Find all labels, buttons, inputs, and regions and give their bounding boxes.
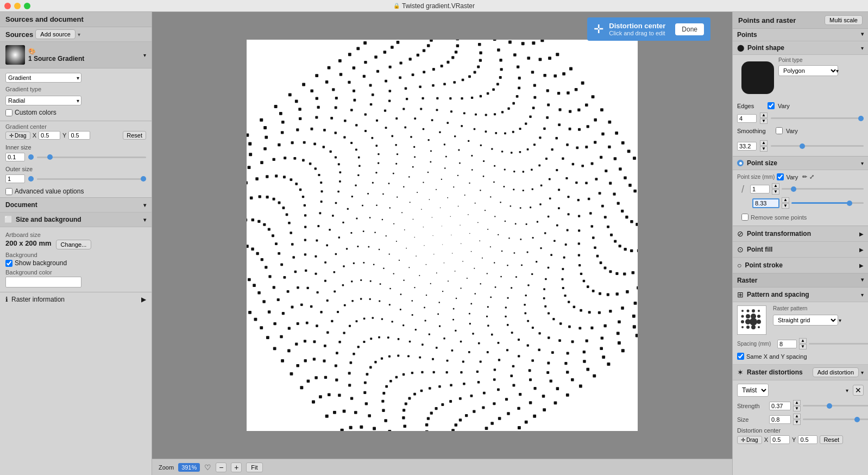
same-xy-checkbox[interactable] (737, 353, 744, 360)
zoom-in-button[interactable]: + (231, 462, 242, 472)
distortion-drag-button[interactable]: ✛ Drag (737, 436, 762, 444)
dc-x-input[interactable] (770, 435, 790, 444)
dc-reset-button[interactable]: Reset (820, 435, 843, 444)
edges-up-button[interactable]: ▲ (760, 112, 768, 118)
x-label: X (33, 132, 36, 139)
pattern-spacing-header[interactable]: ⊞ Pattern and spacing ▾ (733, 288, 868, 302)
maximize-button[interactable] (24, 3, 30, 9)
done-button[interactable]: Done (675, 23, 704, 35)
size-value2-input[interactable] (752, 198, 779, 208)
edges-slider[interactable] (771, 117, 864, 119)
size1-down-button[interactable]: ▼ (772, 189, 779, 195)
point-shape-chevron-icon: ▾ (861, 45, 864, 51)
strength-down-button[interactable]: ▼ (793, 406, 801, 411)
strength-up-button[interactable]: ▲ (793, 400, 801, 405)
size-expand-icon[interactable]: ⤢ (809, 173, 814, 180)
add-source-dropdown-icon[interactable]: ▾ (78, 32, 80, 38)
smoothing-input[interactable] (737, 142, 757, 151)
show-background-checkbox[interactable] (5, 260, 12, 267)
size-down-button[interactable]: ▼ (793, 420, 801, 425)
spacing-slider[interactable] (809, 343, 868, 345)
edges-down-button[interactable]: ▼ (760, 118, 768, 124)
window-title: Twisted gradient.VRaster (402, 2, 475, 10)
svg-point-88 (747, 310, 750, 312)
heart-icon[interactable]: ♡ (204, 463, 211, 472)
size2-stepper[interactable]: ▲ ▼ (782, 197, 789, 209)
point-transformation-section[interactable]: ⊘ Point transformation ▶ (733, 226, 868, 242)
close-button[interactable] (4, 3, 11, 9)
gradient-radial-select[interactable]: Radial (5, 96, 81, 105)
size-input[interactable] (769, 415, 791, 424)
remove-points-checkbox[interactable] (741, 214, 749, 221)
gradient-y-input[interactable] (68, 131, 90, 140)
size-up-button[interactable]: ▲ (793, 414, 801, 419)
fit-button[interactable]: Fit (246, 462, 262, 472)
gradient-type-select[interactable]: Gradient (5, 73, 81, 83)
raster-info-section[interactable]: ℹ Raster information ▶ (0, 292, 152, 307)
document-section-header[interactable]: Document ▾ (0, 198, 152, 212)
size-slider[interactable] (803, 418, 868, 420)
zoom-out-button[interactable]: − (216, 462, 227, 472)
inner-size-input[interactable] (5, 153, 25, 161)
size2-up-button[interactable]: ▲ (782, 197, 789, 203)
add-distortion-button[interactable]: Add distortion (813, 367, 859, 377)
raster-pattern-select[interactable]: Straight grid (773, 315, 838, 326)
inner-size-slider[interactable] (37, 157, 146, 158)
spacing-input[interactable] (777, 340, 797, 348)
point-type-select[interactable]: Polygon (778, 65, 838, 76)
size-edit-icon[interactable]: ✏ (802, 173, 807, 180)
strength-stepper[interactable]: ▲ ▼ (793, 400, 801, 411)
spacing-down-button[interactable]: ▼ (799, 344, 807, 349)
multi-scale-button[interactable]: Multi scale (825, 15, 863, 25)
smoothing-up-button[interactable]: ▲ (760, 140, 768, 146)
size1-stepper[interactable]: ▲ ▼ (772, 183, 779, 195)
advanced-checkbox[interactable] (5, 188, 12, 195)
size2-slider[interactable] (791, 202, 864, 204)
background-color-picker[interactable] (5, 277, 81, 288)
change-size-button[interactable]: Change... (56, 240, 92, 249)
point-fill-section[interactable]: ⊙ Point fill ▶ (733, 242, 868, 258)
smoothing-stepper[interactable]: ▲ ▼ (760, 140, 768, 152)
size-bg-label: Size and background (16, 216, 81, 223)
edges-stepper[interactable]: ▲ ▼ (760, 112, 768, 124)
edges-input[interactable] (737, 114, 757, 123)
strength-input[interactable] (769, 402, 791, 410)
edges-row: Edges Vary (733, 101, 868, 111)
point-stroke-icon: ○ (737, 261, 741, 270)
custom-colors-checkbox[interactable] (5, 109, 12, 116)
point-size-header[interactable]: Point size ▾ (733, 157, 868, 170)
remove-points-label: Remove some points (751, 214, 807, 221)
vary-smoothing-checkbox[interactable] (776, 127, 783, 134)
close-distortion-button[interactable]: ✕ (853, 385, 864, 396)
outer-size-input[interactable] (5, 174, 25, 183)
add-source-button[interactable]: Add source (35, 29, 76, 39)
svg-point-94 (757, 315, 760, 318)
smoothing-slider[interactable] (771, 145, 864, 147)
size-bg-header[interactable]: ⬜ Size and background ▾ (0, 212, 152, 227)
size-value1-input[interactable] (750, 185, 770, 193)
raster-pattern-label: Raster pattern (773, 305, 811, 311)
spacing-stepper[interactable]: ▲ ▼ (799, 338, 807, 349)
strength-slider[interactable] (803, 405, 868, 407)
outer-size-slider[interactable] (37, 178, 146, 180)
point-shape-header[interactable]: ⬤ Point shape ▾ (733, 41, 868, 55)
dc-y-input[interactable] (798, 435, 817, 444)
size2-down-button[interactable]: ▼ (782, 203, 789, 209)
spacing-up-button[interactable]: ▲ (799, 338, 807, 343)
gradient-x-input[interactable] (39, 131, 60, 140)
point-shape-icon: ⬤ (737, 44, 744, 52)
smoothing-down-button[interactable]: ▼ (760, 146, 768, 152)
minimize-button[interactable] (14, 3, 21, 9)
size1-slider[interactable] (782, 188, 864, 190)
points-raster-title: Points and raster (738, 16, 796, 24)
gradient-drag-button[interactable]: ✛ Drag (5, 132, 30, 140)
twist-select[interactable]: Twist (737, 384, 769, 397)
edges-label: Edges (737, 103, 764, 109)
vary-size-checkbox[interactable] (777, 173, 784, 180)
gradient-reset-button[interactable]: Reset (123, 131, 146, 140)
point-stroke-section[interactable]: ○ Point stroke ▶ (733, 258, 868, 273)
zoom-label: Zoom (159, 464, 174, 471)
size-stepper[interactable]: ▲ ▼ (793, 414, 801, 425)
size1-up-button[interactable]: ▲ (772, 183, 779, 189)
vary-edges-checkbox[interactable] (768, 102, 775, 109)
